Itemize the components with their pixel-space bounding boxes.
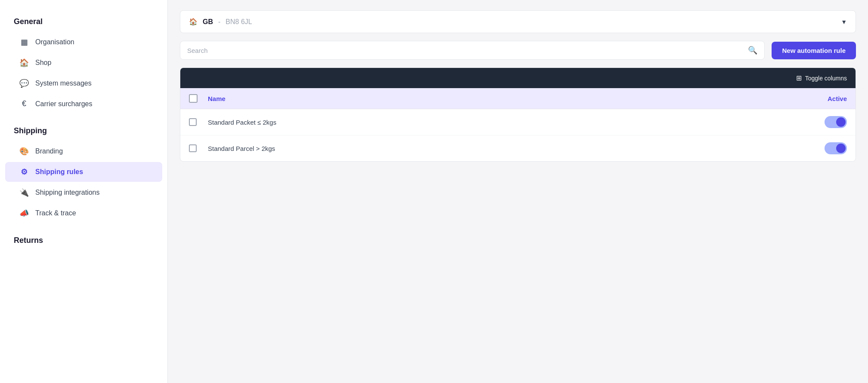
row-1-toggle-area	[812, 116, 847, 128]
table-header-bar: ⊞ Toggle columns	[180, 68, 856, 88]
row-1-name: Standard Packet ≤ 2kgs	[208, 119, 812, 126]
country-code: GB	[203, 18, 213, 26]
select-all-checkbox[interactable]	[189, 94, 198, 103]
toggle-track	[825, 142, 847, 154]
sidebar-item-label: Track & trace	[35, 209, 76, 217]
returns-section-title: Returns	[0, 233, 167, 250]
toggle-columns-button[interactable]: ⊞ Toggle columns	[796, 74, 847, 82]
table-column-headers: Name Active	[180, 88, 856, 109]
col-header-active: Active	[812, 95, 847, 102]
new-automation-rule-button[interactable]: New automation rule	[772, 42, 856, 59]
location-icon: 🏠	[189, 18, 198, 26]
sidebar: General ▦ Organisation 🏠 Shop 💬 System m…	[0, 0, 168, 383]
row-1-toggle[interactable]	[825, 116, 847, 128]
general-section-title: General	[0, 14, 167, 31]
sidebar-item-label: Branding	[35, 147, 63, 155]
header-checkbox-area	[189, 94, 208, 103]
sidebar-item-system-messages[interactable]: 💬 System messages	[5, 74, 162, 93]
location-info: 🏠 GB - BN8 6JL	[189, 18, 252, 26]
toolbar-row: 🔍 New automation rule	[180, 41, 856, 60]
sidebar-item-label: Organisation	[35, 38, 74, 46]
row-1-checkbox[interactable]	[189, 118, 197, 126]
table-row: Standard Parcel > 2kgs	[180, 135, 856, 161]
sidebar-item-label: Shipping rules	[35, 168, 83, 176]
shipping-rules-icon: ⚙	[19, 167, 29, 177]
search-icon: 🔍	[748, 46, 757, 55]
sidebar-item-shop[interactable]: 🏠 Shop	[5, 53, 162, 73]
sidebar-item-label: System messages	[35, 80, 92, 87]
location-dropdown-icon: ▼	[841, 18, 847, 25]
sidebar-item-track-trace[interactable]: 📣 Track & trace	[5, 203, 162, 223]
row-2-checkbox[interactable]	[189, 144, 197, 152]
sidebar-item-organisation[interactable]: ▦ Organisation	[5, 32, 162, 52]
sidebar-item-label: Shop	[35, 59, 51, 67]
col-header-name: Name	[208, 95, 812, 102]
toggle-thumb	[836, 117, 846, 127]
sidebar-item-label: Carrier surcharges	[35, 100, 92, 108]
location-selector[interactable]: 🏠 GB - BN8 6JL ▼	[180, 10, 856, 33]
shipping-section-title: Shipping	[0, 123, 167, 141]
search-wrapper: 🔍	[180, 41, 765, 60]
toggle-track	[825, 116, 847, 128]
toggle-columns-icon: ⊞	[796, 74, 802, 82]
row-checkbox-1	[189, 118, 208, 126]
sidebar-item-carrier-surcharges[interactable]: € Carrier surcharges	[5, 94, 162, 113]
sidebar-item-label: Shipping integrations	[35, 189, 99, 196]
row-2-toggle[interactable]	[825, 142, 847, 154]
main-content: 🏠 GB - BN8 6JL ▼ 🔍 New automation rule ⊞…	[168, 0, 868, 383]
organisation-icon: ▦	[19, 37, 29, 47]
sidebar-item-branding[interactable]: 🎨 Branding	[5, 141, 162, 161]
system-messages-icon: 💬	[19, 79, 29, 88]
carrier-surcharges-icon: €	[19, 99, 29, 108]
automation-rules-table: ⊞ Toggle columns Name Active Standard Pa…	[180, 67, 856, 162]
row-checkbox-2	[189, 144, 208, 152]
table-row: Standard Packet ≤ 2kgs	[180, 109, 856, 135]
toggle-columns-label: Toggle columns	[805, 75, 847, 82]
shipping-integrations-icon: 🔌	[19, 188, 29, 197]
postcode: BN8 6JL	[225, 18, 252, 26]
sidebar-item-shipping-rules[interactable]: ⚙ Shipping rules	[5, 162, 162, 182]
sidebar-item-shipping-integrations[interactable]: 🔌 Shipping integrations	[5, 183, 162, 202]
track-trace-icon: 📣	[19, 208, 29, 218]
row-2-name: Standard Parcel > 2kgs	[208, 145, 812, 152]
branding-icon: 🎨	[19, 147, 29, 156]
toggle-thumb	[836, 144, 846, 153]
search-input[interactable]	[187, 47, 744, 54]
shop-icon: 🏠	[19, 58, 29, 67]
row-2-toggle-area	[812, 142, 847, 154]
